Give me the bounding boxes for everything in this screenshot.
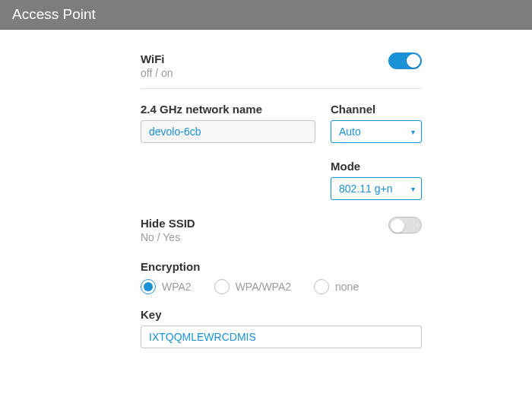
wifi-sublabel: off / on bbox=[141, 67, 173, 79]
hide-ssid-row: Hide SSID No / Yes bbox=[141, 217, 422, 243]
mode-select-value: 802.11 g+n bbox=[339, 183, 392, 195]
key-section: Key bbox=[141, 308, 422, 348]
encryption-option-wpa2[interactable]: WPA2 bbox=[141, 279, 192, 294]
channel-select-value: Auto bbox=[339, 125, 361, 138]
hide-ssid-label: Hide SSID bbox=[141, 217, 195, 230]
hide-ssid-toggle[interactable] bbox=[388, 217, 422, 233]
mode-label: Mode bbox=[331, 160, 422, 173]
radio-label: none bbox=[335, 281, 359, 293]
encryption-radio-group: WPA2 WPA/WPA2 none bbox=[141, 279, 422, 294]
toggle-knob bbox=[391, 219, 404, 233]
encryption-option-wpawpa2[interactable]: WPA/WPA2 bbox=[214, 279, 291, 294]
radio-icon bbox=[141, 279, 156, 294]
key-label: Key bbox=[141, 308, 422, 321]
radio-icon bbox=[214, 279, 230, 294]
radio-label: WPA/WPA2 bbox=[236, 281, 291, 293]
wifi-row: WiFi off / on bbox=[141, 52, 422, 79]
toggle-knob bbox=[407, 54, 420, 68]
network-channel-row: 2.4 GHz network name Channel Auto Mode 8… bbox=[141, 103, 422, 200]
divider bbox=[141, 88, 422, 89]
page-header-bar: Access Point bbox=[0, 0, 532, 30]
key-input[interactable] bbox=[141, 326, 422, 348]
encryption-label: Encryption bbox=[141, 260, 422, 273]
encryption-option-none[interactable]: none bbox=[314, 279, 359, 294]
network-name-label: 2.4 GHz network name bbox=[141, 103, 315, 116]
encryption-section: Encryption WPA2 WPA/WPA2 none bbox=[141, 260, 422, 294]
channel-select[interactable]: Auto bbox=[331, 120, 422, 143]
wifi-label: WiFi bbox=[141, 52, 173, 65]
mode-select[interactable]: 802.11 g+n bbox=[331, 177, 422, 200]
wifi-toggle[interactable] bbox=[388, 52, 422, 69]
content-area: WiFi off / on 2.4 GHz network name Chann… bbox=[0, 30, 532, 348]
hide-ssid-sublabel: No / Yes bbox=[141, 231, 195, 243]
page-title: Access Point bbox=[12, 6, 96, 22]
radio-icon bbox=[314, 279, 329, 294]
channel-label: Channel bbox=[331, 103, 422, 116]
network-name-input[interactable] bbox=[141, 120, 315, 143]
radio-label: WPA2 bbox=[162, 281, 192, 293]
